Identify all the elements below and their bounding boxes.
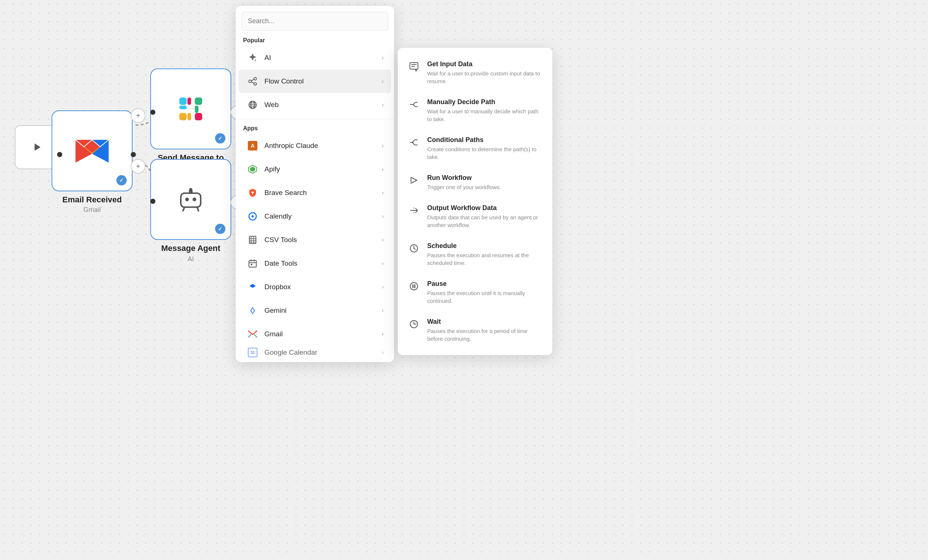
menu-item-anthropic-label: Anthropic Claude	[264, 142, 382, 150]
message-agent-sublabel: AI	[149, 255, 232, 263]
ai-menu-icon	[246, 51, 259, 64]
trigger-conn-dot	[57, 152, 62, 157]
gmail-conn-dot	[131, 152, 136, 157]
output-desc: Outputs data that can be used by an agen…	[427, 213, 543, 229]
menu-item-gmail[interactable]: Gmail ›	[239, 322, 391, 346]
dropbox-chevron: ›	[382, 284, 384, 290]
conditional-desc: Create conditions to determine the path(…	[427, 145, 543, 161]
apps-section-label: Apps	[236, 122, 394, 134]
submenu-schedule[interactable]: Schedule Pauses the execution and resume…	[398, 236, 553, 273]
ai-bot-icon	[178, 187, 204, 212]
plus-btn-lower[interactable]: +	[131, 159, 145, 173]
menu-item-calendly[interactable]: Calendly ›	[239, 205, 391, 228]
gmail-icon	[74, 136, 110, 166]
gcal-chevron: ›	[382, 349, 384, 356]
gmail-check-badge: ✓	[116, 175, 127, 186]
message-agent-label: Message Agent	[149, 243, 232, 253]
menu-item-anthropic[interactable]: A Anthropic Claude ›	[239, 134, 391, 157]
svg-rect-12	[179, 113, 187, 120]
menu-item-flow-label: Flow Control	[264, 77, 382, 85]
svg-point-19	[192, 198, 196, 201]
svg-rect-10	[179, 106, 187, 109]
svg-line-28	[252, 82, 254, 84]
schedule-icon	[406, 242, 421, 257]
output-content: Output Workflow Data Outputs data that c…	[427, 204, 543, 229]
submenu-manually-decide[interactable]: Manually Decide Path Wait for a user to …	[398, 91, 553, 129]
get-input-desc: Wait for a user to provide custom input …	[427, 70, 543, 85]
dropbox-menu-icon	[246, 280, 259, 294]
brave-chevron: ›	[382, 189, 384, 196]
output-icon	[406, 204, 421, 219]
menu-item-calendly-label: Calendly	[264, 212, 382, 221]
wait-desc: Pauses the execution for a period of tim…	[427, 327, 543, 342]
menu-item-ai-label: AI	[264, 54, 382, 62]
menu-item-csv[interactable]: CSV Tools ›	[239, 228, 391, 252]
wait-icon	[406, 318, 421, 333]
menu-item-gcal[interactable]: 31 Google Calendar ›	[239, 346, 391, 359]
canvas: ✓ Email Received Gmail + + ✓	[0, 0, 928, 560]
ai-check-badge: ✓	[215, 224, 225, 234]
submenu-get-input[interactable]: Get Input Data Wait for a user to provid…	[398, 54, 553, 91]
submenu-output[interactable]: Output Workflow Data Outputs data that c…	[398, 198, 553, 236]
svg-rect-78	[414, 285, 415, 288]
svg-point-18	[185, 198, 189, 201]
svg-rect-9	[179, 97, 187, 105]
schedule-title: Schedule	[427, 242, 543, 250]
svg-point-25	[254, 78, 257, 80]
submenu-run-workflow[interactable]: Run Workflow Trigger one of your workflo…	[398, 167, 553, 198]
brave-menu-icon	[246, 186, 259, 199]
submenu-pause[interactable]: Pause Pauses the execution until it is m…	[398, 273, 553, 311]
pause-icon	[406, 280, 421, 295]
get-input-title: Get Input Data	[427, 60, 543, 68]
message-agent-node[interactable]: ✓	[150, 159, 231, 240]
web-chevron: ›	[382, 102, 384, 108]
email-received-node[interactable]: ✓	[52, 110, 133, 191]
section-divider	[236, 119, 394, 119]
svg-rect-17	[181, 193, 201, 207]
menu-item-apify-label: Apify	[264, 165, 382, 173]
menu-item-flow-control[interactable]: Flow Control ›	[239, 70, 391, 93]
email-received-sublabel: Gmail	[52, 206, 133, 214]
menu-item-gmail-label: Gmail	[264, 330, 382, 338]
menu-item-brave[interactable]: Brave Search ›	[239, 181, 391, 205]
play-icon	[29, 140, 44, 155]
anthropic-chevron: ›	[382, 142, 384, 149]
svg-rect-14	[195, 106, 198, 113]
slack-conn-dot	[150, 110, 156, 115]
csv-menu-icon	[246, 233, 259, 247]
wait-content: Wait Pauses the execution for a period o…	[427, 318, 543, 342]
svg-rect-15	[188, 97, 191, 105]
get-input-content: Get Input Data Wait for a user to provid…	[427, 60, 543, 85]
svg-point-68	[412, 142, 413, 143]
menu-item-brave-label: Brave Search	[264, 189, 382, 197]
menu-item-date-label: Date Tools	[264, 259, 382, 268]
search-input[interactable]	[241, 12, 388, 30]
ai-chevron: ›	[382, 55, 384, 61]
submenu-wait[interactable]: Wait Pauses the execution for a period o…	[398, 311, 553, 349]
csv-chevron: ›	[382, 237, 384, 243]
menu-item-gcal-label: Google Calendar	[264, 348, 382, 356]
slack-check-badge: ✓	[215, 133, 225, 143]
send-message-node[interactable]: ✓	[150, 68, 231, 149]
menu-item-ai[interactable]: AI ›	[239, 46, 391, 70]
calendly-chevron: ›	[382, 213, 384, 220]
menu-item-web[interactable]: Web ›	[239, 93, 391, 117]
menu-item-gemini[interactable]: Gemini ›	[239, 299, 391, 322]
svg-marker-1	[35, 143, 41, 151]
gemini-chevron: ›	[382, 307, 384, 314]
menu-item-date[interactable]: Date Tools ›	[239, 252, 391, 275]
submenu-conditional[interactable]: Conditional Paths Create conditions to d…	[398, 129, 553, 167]
wait-title: Wait	[427, 318, 543, 326]
menu-item-apify[interactable]: Apify ›	[239, 157, 391, 181]
calendly-menu-icon	[246, 210, 259, 223]
pause-content: Pause Pauses the execution until it is m…	[427, 280, 543, 305]
output-title: Output Workflow Data	[427, 204, 543, 212]
plus-btn-upper[interactable]: +	[131, 108, 145, 123]
menu-item-dropbox[interactable]: Dropbox ›	[239, 275, 391, 299]
svg-point-38	[252, 215, 254, 218]
svg-point-21	[189, 188, 192, 191]
svg-rect-39	[249, 236, 256, 243]
date-chevron: ›	[382, 260, 384, 267]
date-menu-icon	[246, 257, 259, 270]
svg-point-26	[254, 83, 257, 85]
